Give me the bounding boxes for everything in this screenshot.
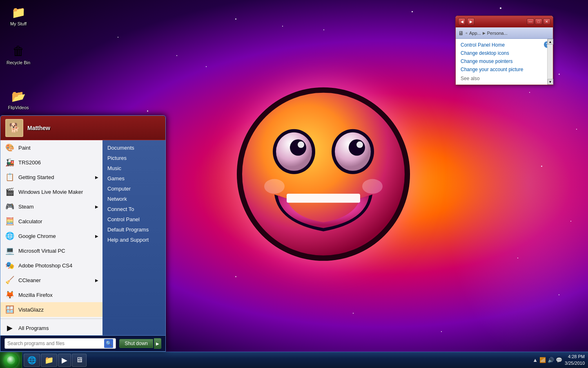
taskbar-other-button[interactable]: 🖥 <box>72 354 87 367</box>
start-item-trs2006[interactable]: 🚂 TRS2006 <box>0 155 102 170</box>
start-right-computer[interactable]: Computer <box>102 184 165 194</box>
computer-label: Computer <box>107 186 131 192</box>
start-item-calculator[interactable]: 🧮 Calculator <box>0 214 102 229</box>
cp-scroll-down[interactable]: ▼ <box>548 79 553 85</box>
games-label: Games <box>107 175 125 182</box>
start-menu-bottom: 🔍 Shut down ▶ <box>0 335 165 351</box>
start-right-help[interactable]: Help and Support <box>102 235 165 245</box>
cp-desktop-icons-link[interactable]: Change desktop icons <box>461 50 546 56</box>
taskbar-items: 🌐 📁 ▶ 🖥 <box>22 352 88 368</box>
start-item-vistaglazz[interactable]: 🪟 VistaGlazz <box>0 302 102 317</box>
cp-maximize-button[interactable]: □ <box>535 18 542 25</box>
start-menu-left: 🎨 Paint 🚂 TRS2006 📋 Getting Started ▶ 🎬 … <box>0 140 102 335</box>
start-item-firefox[interactable]: 🦊 Mozilla Firefox <box>0 287 102 302</box>
shutdown-button[interactable]: Shut down <box>119 339 153 348</box>
documents-label: Documents <box>107 145 134 151</box>
start-item-paint[interactable]: 🎨 Paint <box>0 140 102 155</box>
shutdown-row: Shut down ▶ <box>119 338 161 349</box>
trs2006-icon: 🚂 <box>4 157 15 168</box>
cp-scroll-track[interactable] <box>548 45 553 79</box>
desktop-icon-flipvideos[interactable]: 📂 FlipVideos <box>2 88 35 110</box>
my-stuff-label: My Stuff <box>10 21 27 26</box>
start-item-virtual-pc[interactable]: 💻 Microsoft Virtual PC <box>0 243 102 258</box>
start-orb <box>3 352 19 368</box>
getting-started-arrow: ▶ <box>95 175 98 180</box>
cp-minimize-button[interactable]: — <box>527 18 534 25</box>
chrome-label: Google Chrome <box>18 233 56 239</box>
cp-account-picture-link[interactable]: Change your account picture <box>461 67 546 72</box>
pictures-label: Pictures <box>107 155 127 161</box>
tray-msg-icon[interactable]: 💬 <box>556 357 562 363</box>
start-item-steam[interactable]: 🎮 Steam ▶ <box>0 199 102 214</box>
tray-icons: ▲ 📶 🔊 💬 <box>532 357 562 363</box>
all-programs-label: All Programs <box>18 325 49 331</box>
taskbar-explorer-button[interactable]: 📁 <box>41 354 57 367</box>
cp-addr-separator1: « <box>466 31 468 35</box>
chrome-icon: 🌐 <box>4 231 15 241</box>
movie-maker-icon: 🎬 <box>4 186 15 197</box>
search-input[interactable] <box>7 341 104 346</box>
calculator-icon: 🧮 <box>4 216 15 227</box>
flipvideos-icon: 📂 <box>10 88 27 104</box>
control-panel-window: ◀ ▶ — □ ✕ 🖥 « App... ▶ Persona... ? Cont… <box>455 16 553 85</box>
tray-clock[interactable]: 4:28 PM 3/25/2010 <box>565 354 585 366</box>
recycle-bin-icon: 🗑 <box>10 43 27 59</box>
firefox-label: Mozilla Firefox <box>18 292 53 298</box>
start-right-games[interactable]: Games <box>102 173 165 184</box>
shutdown-arrow[interactable]: ▶ <box>154 338 161 349</box>
start-item-ccleaner[interactable]: 🧹 CCleaner ▶ <box>0 273 102 287</box>
start-menu-body: 🎨 Paint 🚂 TRS2006 📋 Getting Started ▶ 🎬 … <box>0 140 165 335</box>
cp-titlebar: ◀ ▶ — □ ✕ <box>456 16 553 27</box>
start-item-all-programs[interactable]: ▶ All Programs <box>0 321 102 335</box>
svg-point-13 <box>264 179 285 194</box>
tray-time: 4:28 PM <box>565 354 585 360</box>
cp-scrollbar[interactable]: ▲ ▼ <box>547 39 553 85</box>
cp-forward-button[interactable]: ▶ <box>467 18 474 25</box>
start-item-chrome[interactable]: 🌐 Google Chrome ▶ <box>0 229 102 243</box>
taskbar-media-button[interactable]: ▶ <box>58 354 71 367</box>
default-programs-label: Default Programs <box>107 227 149 233</box>
trs2006-label: TRS2006 <box>18 159 41 166</box>
start-right-default-programs[interactable]: Default Programs <box>102 224 165 235</box>
start-right-connect-to[interactable]: Connect To <box>102 204 165 214</box>
desktop-icon-my-stuff[interactable]: 📁 My Stuff <box>2 4 35 26</box>
cp-addressbar: 🖥 « App... ▶ Persona... <box>456 27 553 39</box>
cp-addr-app: App... <box>469 31 481 36</box>
cp-see-also: See also <box>461 76 546 81</box>
tray-network-icon[interactable]: 📶 <box>539 357 546 363</box>
start-right-control-panel[interactable]: Control Panel <box>102 214 165 224</box>
search-button[interactable]: 🔍 <box>104 339 113 348</box>
tray-date: 3/25/2010 <box>565 360 585 366</box>
firefox-icon: 🦊 <box>4 289 15 300</box>
tray-arrow-icon[interactable]: ▲ <box>532 357 538 363</box>
cp-home-link[interactable]: Control Panel Home <box>461 42 546 48</box>
svg-point-12 <box>362 179 383 194</box>
vistaglazz-icon: 🪟 <box>4 304 15 315</box>
start-item-movie-maker[interactable]: 🎬 Windows Live Movie Maker <box>0 184 102 199</box>
cp-addr-separator2: ▶ <box>483 31 486 35</box>
search-box: 🔍 <box>4 338 116 349</box>
desktop-icon-recycle-bin[interactable]: 🗑 Recycle Bin <box>2 43 35 65</box>
start-button[interactable] <box>0 352 22 368</box>
start-right-music[interactable]: Music <box>102 163 165 173</box>
start-item-getting-started[interactable]: 📋 Getting Started ▶ <box>0 170 102 184</box>
cp-mouse-pointers-link[interactable]: Change mouse pointers <box>461 58 546 64</box>
start-right-pictures[interactable]: Pictures <box>102 153 165 163</box>
flipvideos-label: FlipVideos <box>8 105 29 110</box>
calculator-label: Calculator <box>18 218 42 224</box>
cp-addr-icon: 🖥 <box>458 30 464 36</box>
movie-maker-label: Windows Live Movie Maker <box>18 189 83 195</box>
start-right-documents[interactable]: Documents <box>102 143 165 153</box>
taskbar-ie-button[interactable]: 🌐 <box>24 354 40 367</box>
svg-point-6 <box>298 141 304 148</box>
start-item-photoshop[interactable]: 🎭 Adobe Photoshop CS4 <box>0 258 102 273</box>
cp-scroll-up[interactable]: ▲ <box>548 39 553 45</box>
music-label: Music <box>107 165 121 171</box>
taskbar: 🌐 📁 ▶ 🖥 ▲ 📶 🔊 💬 4:28 PM 3/25/2010 <box>0 352 588 368</box>
user-name: Matthew <box>27 125 50 131</box>
cp-back-button[interactable]: ◀ <box>458 18 466 25</box>
tray-sound-icon[interactable]: 🔊 <box>548 357 554 363</box>
cp-body: ? Control Panel Home Change desktop icon… <box>456 39 553 85</box>
start-right-network[interactable]: Network <box>102 194 165 204</box>
cp-close-button[interactable]: ✕ <box>543 18 550 25</box>
